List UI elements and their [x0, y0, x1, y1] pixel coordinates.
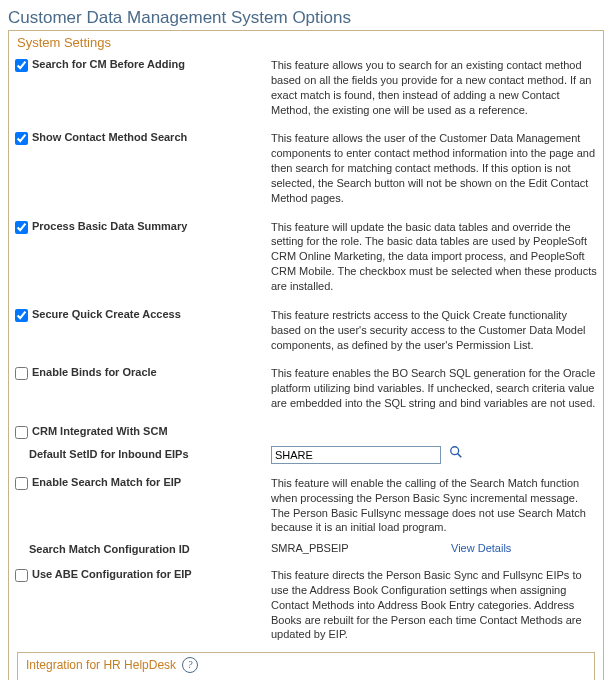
- default-setid-input[interactable]: [271, 446, 441, 464]
- enable-binds-label: Enable Binds for Oracle: [32, 366, 157, 378]
- default-setid-label: Default SetID for Inbound EIPs: [15, 448, 265, 460]
- hr-helpdesk-group: Integration for HR HelpDesk ? CRM Integr…: [17, 652, 595, 680]
- enable-search-match-checkbox[interactable]: [15, 477, 28, 490]
- view-details-link[interactable]: View Details: [451, 541, 511, 556]
- search-match-config-value: SMRA_PBSEIP: [271, 541, 401, 556]
- crm-scm-checkbox[interactable]: [15, 426, 28, 439]
- process-basic-checkbox[interactable]: [15, 221, 28, 234]
- secure-qc-desc: This feature restricts access to the Qui…: [265, 308, 597, 353]
- search-for-cm-desc: This feature allows you to search for an…: [265, 58, 597, 117]
- process-basic-desc: This feature will update the basic data …: [265, 220, 597, 294]
- system-settings-group: System Settings Search for CM Before Add…: [8, 30, 604, 680]
- use-abe-label: Use ABE Configuration for EIP: [32, 568, 192, 580]
- svg-line-1: [458, 454, 462, 458]
- search-match-config-label: Search Match Configuration ID: [15, 543, 265, 555]
- enable-search-match-desc: This feature will enable the calling of …: [265, 476, 597, 535]
- search-for-cm-checkbox[interactable]: [15, 59, 28, 72]
- show-cm-search-checkbox[interactable]: [15, 132, 28, 145]
- svg-point-0: [451, 447, 459, 455]
- hr-helpdesk-title: Integration for HR HelpDesk: [26, 658, 176, 672]
- enable-search-match-label: Enable Search Match for EIP: [32, 476, 181, 488]
- enable-binds-checkbox[interactable]: [15, 367, 28, 380]
- use-abe-checkbox[interactable]: [15, 569, 28, 582]
- system-settings-title: System Settings: [9, 31, 603, 54]
- lookup-icon[interactable]: [448, 444, 464, 460]
- secure-qc-checkbox[interactable]: [15, 309, 28, 322]
- help-icon[interactable]: ?: [182, 657, 198, 673]
- search-for-cm-label: Search for CM Before Adding: [32, 58, 185, 70]
- enable-binds-desc: This feature enables the BO Search SQL g…: [265, 366, 597, 411]
- secure-qc-label: Secure Quick Create Access: [32, 308, 181, 320]
- show-cm-search-label: Show Contact Method Search: [32, 131, 187, 143]
- crm-scm-label: CRM Integrated With SCM: [32, 425, 168, 437]
- show-cm-search-desc: This feature allows the user of the Cust…: [265, 131, 597, 205]
- use-abe-desc: This feature directs the Person Basic Sy…: [265, 568, 597, 642]
- process-basic-label: Process Basic Data Summary: [32, 220, 187, 232]
- page-title: Customer Data Management System Options: [8, 8, 604, 28]
